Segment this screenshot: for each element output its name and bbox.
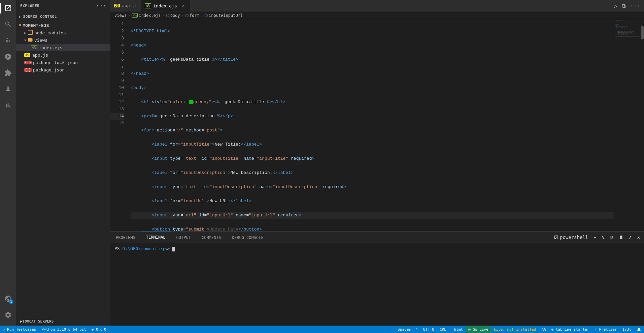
explorer-header[interactable]: EXPLORER ··· <box>16 0 110 12</box>
terminal-chevron-up[interactable]: ∧ <box>628 234 633 241</box>
minimap: <!DOCTYPE html> <head> <title><%= geeksD… <box>614 19 641 231</box>
tree-package-json[interactable]: { } package.json <box>16 66 110 73</box>
package-lock-label: package-lock.json <box>33 60 78 65</box>
node-modules-label: node_modules <box>34 30 66 35</box>
scrollbar-vertical[interactable] <box>641 19 644 231</box>
panel-tabs: PROBLEMS TERMINAL OUTPUT COMMENTS DEBUG … <box>110 232 644 243</box>
editor-area: JS app.js <% index.ejs × ▷ ⧉ ··· views <box>110 0 644 231</box>
terminal-prompt: PS D:\GFG\moment-ejs> <box>114 246 175 251</box>
terminal-gt: > <box>167 246 173 251</box>
breadcrumb: views › <% index.ejs › ⬡ body › ⬡ form ›… <box>110 12 644 19</box>
tab-index-ejs[interactable]: <% index.ejs × <box>141 0 190 11</box>
tomcat-chevron: ▶ <box>20 319 23 324</box>
python-version-item[interactable]: Python 3.10.0 64-bit <box>39 326 89 333</box>
breadcrumb-form[interactable]: ⬡ form <box>185 13 199 18</box>
remote-activity-icon[interactable]: 1 <box>0 291 16 307</box>
tab-app-js[interactable]: JS app.js <box>110 0 141 11</box>
code-editor[interactable]: 1 2 3 4 5 6 7 8 9 10 11 12 13 14 15 <!DO… <box>110 19 644 231</box>
status-bar: ▷ Run Testcases Python 3.10.0 64-bit ⊗ 0… <box>0 326 644 333</box>
terminal-trash-btn[interactable] <box>617 234 625 240</box>
tab-bar-actions: ▷ ⧉ ··· <box>612 0 644 11</box>
tree-index-ejs[interactable]: <% index.ejs <box>16 44 110 51</box>
language-item[interactable]: html <box>451 326 466 333</box>
tree-package-lock[interactable]: { } package-lock.json <box>16 59 110 66</box>
project-name: MOMENT-EJS <box>23 23 49 28</box>
explorer-activity-icon[interactable] <box>0 0 16 16</box>
explorer-label: EXPLORER <box>20 4 39 8</box>
line-numbers: 1 2 3 4 5 6 7 8 9 10 11 12 13 14 15 <box>110 19 128 231</box>
source-control-activity-icon[interactable] <box>0 32 16 49</box>
tree-node-modules[interactable]: ▶ node_modules <box>16 29 110 36</box>
code-content[interactable]: <!DOCTYPE html> <head> <title><%= geeksD… <box>128 19 614 231</box>
split-editor-icon[interactable]: ⧉ <box>620 1 627 10</box>
tab-debug-console[interactable]: DEBUG CONSOLE <box>227 232 269 243</box>
zoom-item[interactable]: 173% <box>620 326 634 333</box>
tab-output[interactable]: OUTPUT <box>171 232 196 243</box>
bottom-panel: PROBLEMS TERMINAL OUTPUT COMMENTS DEBUG … <box>110 231 644 326</box>
encoding-item[interactable]: UTF-8 <box>420 326 437 333</box>
file-tree: ▼ MOMENT-EJS ▶ node_modules ▼ views <box>16 22 110 317</box>
views-label: views <box>34 38 47 43</box>
explorer-menu-icon[interactable]: ··· <box>96 3 106 9</box>
tabnine-item[interactable]: ⊙ tabnine starter <box>549 326 592 333</box>
tab-bar: JS app.js <% index.ejs × ▷ ⧉ ··· <box>110 0 644 12</box>
status-bar-left: ▷ Run Testcases Python 3.10.0 64-bit ⊗ 0… <box>0 326 109 333</box>
status-bar-right: Spaces: 4 UTF-8 CRLF html ◎ Go Live kite… <box>395 326 644 333</box>
testing-activity-icon[interactable] <box>0 81 16 97</box>
terminal-split-btn[interactable]: ⧉ <box>609 234 615 241</box>
terminal-close-btn[interactable]: ✕ <box>636 234 641 241</box>
tab-close-index-ejs[interactable]: × <box>180 3 187 9</box>
terminal-content[interactable]: PS D:\GFG\moment-ejs> <box>110 243 644 326</box>
project-root[interactable]: ▼ MOMENT-EJS <box>16 22 110 29</box>
tab-terminal[interactable]: TERMINAL <box>141 232 171 243</box>
settings-activity-icon[interactable] <box>0 307 16 323</box>
prettier-item[interactable]: ✓ Prettier <box>592 326 619 333</box>
tomcat-label: TOMCAT SERVERS <box>23 319 54 324</box>
tree-app-js[interactable]: JS app.js <box>16 51 110 59</box>
tomcat-section[interactable]: ▶ TOMCAT SERVERS <box>16 317 110 326</box>
tree-views[interactable]: ▼ views <box>16 36 110 44</box>
charts-activity-icon[interactable] <box>0 97 16 113</box>
powershell-label: powershell <box>560 235 588 240</box>
terminal-shell-label[interactable]: powershell <box>552 234 589 241</box>
errors-warnings-item[interactable]: ⊗ 0 △ 0 <box>89 326 109 333</box>
breadcrumb-body[interactable]: ⬡ body <box>166 13 180 18</box>
more-actions-icon[interactable]: ··· <box>629 1 641 10</box>
remote-badge: 1 <box>9 299 13 304</box>
terminal-chevron-down[interactable]: ∨ <box>601 234 606 241</box>
go-live-item[interactable]: ◎ Go Live <box>466 326 491 333</box>
tab-comments[interactable]: COMMENTS <box>196 232 227 243</box>
tab-index-ejs-label: index.ejs <box>153 3 177 8</box>
run-debug-activity-icon[interactable] <box>0 49 16 65</box>
terminal-ps-prefix: PS <box>114 246 122 251</box>
activity-bar: 1 <box>0 0 16 326</box>
tab-app-js-label: app.js <box>122 3 138 8</box>
kite-item[interactable]: kite: not installed <box>491 326 539 333</box>
font-size-item[interactable]: AA <box>539 326 548 333</box>
notifications-item[interactable] <box>634 326 644 333</box>
source-control-chevron: ▶ <box>19 15 21 19</box>
sidebar: EXPLORER ··· ▶ SOURCE CONTROL ▼ MOMENT-E… <box>16 0 110 326</box>
breadcrumb-views[interactable]: views <box>114 13 127 18</box>
terminal-add-btn[interactable]: + <box>592 234 598 241</box>
terminal-path: D:\GFG\moment-ejs <box>122 246 167 251</box>
index-ejs-label: index.ejs <box>39 45 62 50</box>
spaces-item[interactable]: Spaces: 4 <box>395 326 420 333</box>
run-tab-icon[interactable]: ▷ <box>612 1 618 10</box>
line-ending-item[interactable]: CRLF <box>437 326 451 333</box>
extensions-activity-icon[interactable] <box>0 65 16 81</box>
search-activity-icon[interactable] <box>0 16 16 32</box>
app-js-label: app.js <box>32 53 48 58</box>
breadcrumb-input[interactable]: ⬡ input#inputUrl <box>204 13 243 18</box>
terminal-cursor <box>172 247 175 251</box>
package-json-label: package.json <box>33 67 65 72</box>
source-control-section[interactable]: ▶ SOURCE CONTROL <box>16 12 110 22</box>
breadcrumb-index-ejs[interactable]: <% index.ejs <box>132 13 161 18</box>
panel-right-actions: powershell + ∨ ⧉ ∧ ✕ <box>552 234 644 241</box>
run-testcases-btn[interactable]: ▷ Run Testcases <box>0 326 39 333</box>
tab-problems[interactable]: PROBLEMS <box>110 232 141 243</box>
source-control-label: SOURCE CONTROL <box>23 14 57 19</box>
